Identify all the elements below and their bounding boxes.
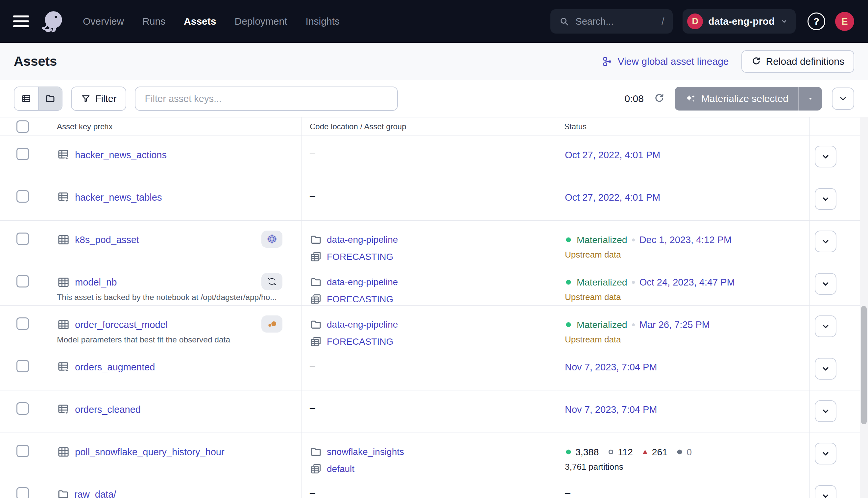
refresh-countdown: 0:08 xyxy=(624,93,643,104)
filter-button[interactable]: Filter xyxy=(71,87,126,111)
nav-insights[interactable]: Insights xyxy=(306,16,339,27)
asset-link[interactable]: hacker_news_actions xyxy=(75,150,167,160)
column-code-location: Code location / Asset group xyxy=(302,117,556,135)
materialization-date-link[interactable]: Oct 27, 2022, 4:01 PM xyxy=(565,150,660,160)
row-checkbox[interactable] xyxy=(16,275,29,288)
materialization-date-link[interactable]: Oct 24, 2023, 4:47 PM xyxy=(640,277,735,288)
asset-link[interactable]: hacker_news_tables xyxy=(75,192,162,203)
materialize-dropdown-button[interactable] xyxy=(798,87,822,110)
help-button[interactable]: ? xyxy=(807,13,825,30)
jupyter-badge xyxy=(262,273,282,290)
menu-icon[interactable] xyxy=(13,15,29,27)
row-checkbox[interactable] xyxy=(16,360,29,372)
dot-green-icon xyxy=(565,279,572,286)
user-avatar[interactable]: E xyxy=(835,12,854,31)
asset-link[interactable]: model_nb xyxy=(75,277,117,288)
row-checkbox[interactable] xyxy=(16,402,29,415)
table-header: Asset key prefix Code location / Asset g… xyxy=(0,117,868,136)
asset-link[interactable]: order_forecast_model xyxy=(75,319,168,330)
partition-count-value: 0 xyxy=(686,447,692,458)
row-expand-button[interactable] xyxy=(815,443,837,464)
code-location-link[interactable]: data-eng-pipeline xyxy=(327,277,398,288)
row-expand-button[interactable] xyxy=(815,273,837,295)
materialization-date-link[interactable]: Mar 26, 7:25 PM xyxy=(640,319,710,330)
upstream-data-warning: Upstream data xyxy=(565,292,810,302)
partition-count: 112 xyxy=(607,447,632,458)
column-asset-key-prefix: Asset key prefix xyxy=(49,117,302,135)
row-expand-button[interactable] xyxy=(815,315,837,337)
table-row: hacker_news_actions–Oct 27, 2022, 4:01 P… xyxy=(0,136,868,178)
chevron-icon xyxy=(821,194,830,204)
asset-description: Model parameters that best fit the obser… xyxy=(57,335,288,345)
refresh-icon[interactable] xyxy=(654,93,665,104)
materialization-date-link[interactable]: Nov 7, 2023, 7:04 PM xyxy=(565,404,657,415)
flat-view-button[interactable] xyxy=(14,87,38,110)
partitions-summary: 3,761 partitions xyxy=(565,462,810,472)
row-checkbox[interactable] xyxy=(16,190,29,202)
search-icon xyxy=(559,16,570,27)
search-input[interactable]: Search... / xyxy=(550,9,673,34)
asset-group-link[interactable]: FORECASTING xyxy=(327,337,393,347)
filter-asset-keys-input[interactable] xyxy=(135,87,398,111)
nav-assets[interactable]: Assets xyxy=(184,16,216,27)
asset-group-link[interactable]: FORECASTING xyxy=(327,294,393,305)
chevron-icon xyxy=(821,279,830,289)
group-icon xyxy=(310,336,322,348)
more-actions-button[interactable] xyxy=(832,88,854,110)
group-icon xyxy=(310,251,322,263)
deployment-name: data-eng-prod xyxy=(708,16,775,27)
chevron-down-icon xyxy=(780,17,788,26)
asset-link[interactable]: poll_snowflake_query_history_hour xyxy=(75,447,225,458)
row-checkbox[interactable] xyxy=(16,445,29,457)
nav-runs[interactable]: Runs xyxy=(142,16,165,27)
row-expand-button[interactable] xyxy=(815,400,837,422)
top-nav: Overview Runs Assets Deployment Insights… xyxy=(0,0,868,43)
table-sparkle-icon xyxy=(57,148,70,161)
asset-link[interactable]: k8s_pod_asset xyxy=(75,235,139,245)
scrollbar-thumb[interactable] xyxy=(861,306,867,424)
table-row: orders_augmented–Nov 7, 2023, 7:04 PM xyxy=(0,348,868,391)
materialization-date-link[interactable]: Oct 27, 2022, 4:01 PM xyxy=(565,192,660,203)
asset-link[interactable]: orders_augmented xyxy=(75,362,155,373)
row-checkbox[interactable] xyxy=(16,148,29,160)
code-location-link[interactable]: data-eng-pipeline xyxy=(327,235,398,245)
table-row: raw_data/–– xyxy=(0,475,868,498)
chevron-icon xyxy=(821,364,830,374)
materialize-selected-button[interactable]: Materialize selected xyxy=(675,87,822,110)
table-row: model_nbThis asset is backed by the note… xyxy=(0,263,868,305)
partition-count-value: 3,388 xyxy=(575,447,599,458)
asset-group-link[interactable]: FORECASTING xyxy=(327,252,393,262)
row-expand-button[interactable] xyxy=(815,146,837,168)
materialization-date-link[interactable]: Nov 7, 2023, 7:04 PM xyxy=(565,362,657,373)
asset-link[interactable]: orders_cleaned xyxy=(75,404,141,415)
row-checkbox[interactable] xyxy=(16,487,29,498)
nav-overview[interactable]: Overview xyxy=(83,16,124,27)
row-expand-button[interactable] xyxy=(815,485,837,498)
table-icon xyxy=(57,318,70,331)
row-expand-button[interactable] xyxy=(815,358,837,380)
folder-view-button[interactable] xyxy=(38,87,62,110)
table-icon xyxy=(57,276,70,289)
table-row: poll_snowflake_query_history_hoursnowfla… xyxy=(0,433,868,475)
partition-count-value: 112 xyxy=(618,447,632,458)
select-all-checkbox[interactable] xyxy=(16,120,29,133)
code-location-link[interactable]: data-eng-pipeline xyxy=(327,319,398,330)
nav-deployment[interactable]: Deployment xyxy=(235,16,287,27)
table-view-icon xyxy=(21,93,31,104)
view-global-asset-lineage-link[interactable]: View global asset lineage xyxy=(602,56,729,67)
dagster-logo-icon[interactable] xyxy=(40,9,66,34)
row-expand-button[interactable] xyxy=(815,188,837,210)
separator-dot-icon xyxy=(632,323,635,326)
deployment-switcher[interactable]: D data-eng-prod xyxy=(683,9,796,34)
code-location-link[interactable]: snowflake_insights xyxy=(327,447,404,457)
asset-link[interactable]: raw_data/ xyxy=(74,489,116,498)
table-sparkle-icon xyxy=(57,191,70,204)
row-checkbox[interactable] xyxy=(16,317,29,330)
table-body: hacker_news_actions–Oct 27, 2022, 4:01 P… xyxy=(0,136,868,498)
asset-group-link[interactable]: default xyxy=(327,464,355,474)
row-expand-button[interactable] xyxy=(815,231,837,252)
materialization-date-link[interactable]: Dec 1, 2023, 4:12 PM xyxy=(640,235,732,245)
empty-value: – xyxy=(310,360,315,371)
reload-definitions-button[interactable]: Reload definitions xyxy=(742,50,855,73)
row-checkbox[interactable] xyxy=(16,233,29,245)
